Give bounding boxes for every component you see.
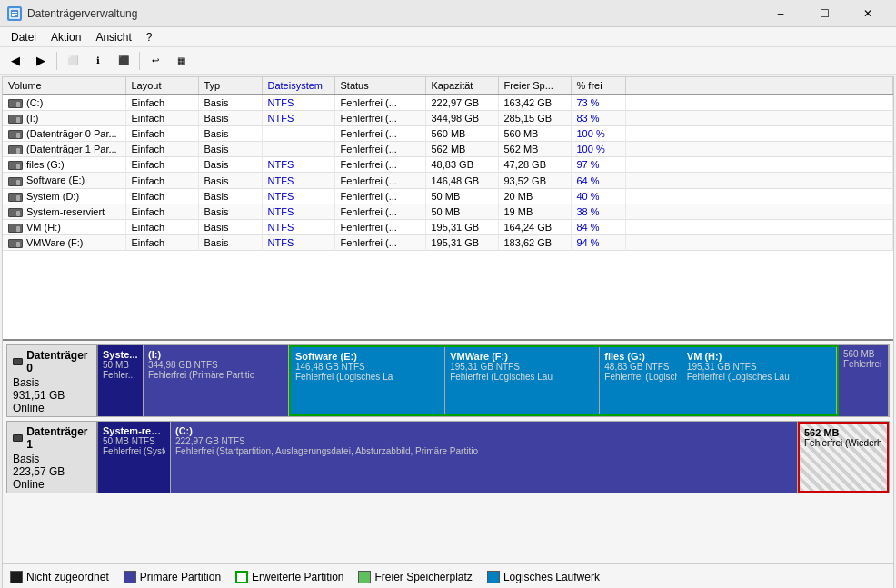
back-button[interactable]: ◀ <box>4 50 27 72</box>
cell-dateisystem: NTFS <box>262 204 334 219</box>
cell-volume: (C:) <box>3 95 125 111</box>
forward-button[interactable]: ▶ <box>29 50 53 72</box>
cell-kapazitat: 48,83 GB <box>425 157 498 173</box>
toolbar-separator-2 <box>139 52 140 70</box>
cell-typ: Basis <box>198 188 262 204</box>
disk-1-seg-c[interactable]: (C:) 222,97 GB NTFS Fehlerfrei (Startpar… <box>171 422 798 493</box>
disk-0-seg-vmware[interactable]: VMWare (F:) 195,31 GB NTFS Fehlerfrei (L… <box>445 347 600 414</box>
cell-freier: 285,15 GB <box>498 111 571 126</box>
disk-0-seg-end[interactable]: 560 MB Fehlerfrei (W <box>839 345 889 416</box>
close-button[interactable]: ✕ <box>847 0 889 27</box>
cell-kapazitat: 560 MB <box>425 126 498 142</box>
table-row[interactable]: (C:)EinfachBasisNTFSFehlerfrei (...222,9… <box>3 95 893 111</box>
toolbar-separator-1 <box>56 52 57 70</box>
header-status: Status <box>334 77 425 95</box>
disk-0-seg-system[interactable]: Syste... 50 MB Fehler... <box>98 345 144 416</box>
main-content: Volume Layout Typ Dateisystem Status Kap… <box>2 76 894 588</box>
cell-dateisystem: NTFS <box>262 188 334 204</box>
toolbar-btn-4[interactable]: ℹ <box>86 50 110 72</box>
title-bar: Datenträgerverwaltung – ☐ ✕ <box>0 0 896 27</box>
table-row[interactable]: VMWare (F:)EinfachBasisNTFSFehlerfrei (.… <box>3 234 893 250</box>
cell-layout: Einfach <box>125 173 198 188</box>
table-scroll[interactable]: Volume Layout Typ Dateisystem Status Kap… <box>3 77 893 339</box>
disk-0-extended: Software (E:) 146,48 GB NTFS Fehlerfrei … <box>289 345 839 416</box>
header-dateisystem: Dateisystem <box>262 77 334 95</box>
svg-rect-1 <box>12 12 17 13</box>
cell-freier: 47,28 GB <box>498 157 571 173</box>
legend-free-label: Freier Speicherplatz <box>374 571 472 583</box>
cell-extra <box>625 126 893 142</box>
disk-0-status: Online <box>13 402 91 414</box>
disk-0-label: Datenträger 0 Basis 931,51 GB Online <box>7 345 98 416</box>
toolbar-btn-6[interactable]: ↩ <box>144 50 167 72</box>
cell-dateisystem: NTFS <box>262 219 334 234</box>
disk-1-seg-recovery[interactable]: 562 MB Fehlerfrei (Wiederherstellungspar… <box>798 422 889 493</box>
toolbar-btn-7[interactable]: ▦ <box>169 50 193 72</box>
table-row[interactable]: files (G:)EinfachBasisNTFSFehlerfrei (..… <box>3 157 893 173</box>
table-row[interactable]: (I:)EinfachBasisNTFSFehlerfrei (...344,9… <box>3 111 893 126</box>
cell-dateisystem: NTFS <box>262 111 334 126</box>
menu-datei[interactable]: Datei <box>4 29 44 45</box>
table-row[interactable]: System-reserviertEinfachBasisNTFSFehlerf… <box>3 204 893 219</box>
cell-kapazitat: 50 MB <box>425 188 498 204</box>
cell-kapazitat: 146,48 GB <box>425 173 498 188</box>
disk-0-segments: Syste... 50 MB Fehler... (I:) 344,98 GB … <box>98 345 889 416</box>
disk-0-seg-software[interactable]: Software (E:) 146,48 GB NTFS Fehlerfrei … <box>291 347 445 414</box>
cell-prozent: 100 % <box>571 142 625 157</box>
cell-extra <box>625 219 893 234</box>
cell-layout: Einfach <box>125 234 198 250</box>
legend-primary: Primäre Partition <box>124 571 221 583</box>
window-controls: – ☐ ✕ <box>760 0 889 27</box>
disk-0-seg-i[interactable]: (I:) 344,98 GB NTFS Fehlerfrei (Primäre … <box>144 345 289 416</box>
table-row[interactable]: (Datenträger 1 Par...EinfachBasisFehlerf… <box>3 142 893 157</box>
cell-extra <box>625 157 893 173</box>
cell-volume: (I:) <box>3 111 125 126</box>
cell-prozent: 38 % <box>571 204 625 219</box>
legend-extended: Erweiterte Partition <box>235 571 343 583</box>
disk-0-type: Basis <box>13 376 91 389</box>
cell-kapazitat: 344,98 GB <box>425 111 498 126</box>
cell-status: Fehlerfrei (... <box>334 173 425 188</box>
cell-volume: files (G:) <box>3 157 125 173</box>
cell-typ: Basis <box>198 142 262 157</box>
cell-volume: VMWare (F:) <box>3 234 125 250</box>
cell-status: Fehlerfrei (... <box>334 204 425 219</box>
disk-0-seg-files[interactable]: files (G:) 48,83 GB NTFS Fehlerfrei (Log… <box>600 347 682 414</box>
disk-0-size: 931,51 GB <box>13 389 91 402</box>
table-row[interactable]: Software (E:)EinfachBasisNTFSFehlerfrei … <box>3 173 893 188</box>
cell-status: Fehlerfrei (... <box>334 95 425 111</box>
legend-unassigned-label: Nicht zugeordnet <box>26 571 109 583</box>
header-extra <box>625 77 893 95</box>
cell-volume: (Datenträger 0 Par... <box>3 126 125 142</box>
cell-dateisystem <box>262 126 334 142</box>
disk-1-status: Online <box>13 478 91 491</box>
disk-1-seg-sysres[interactable]: System-reserviert 50 MB NTFS Fehlerfrei … <box>98 422 171 493</box>
menu-help[interactable]: ? <box>139 29 160 45</box>
menu-ansicht[interactable]: Ansicht <box>88 29 138 45</box>
maximize-button[interactable]: ☐ <box>803 0 845 27</box>
cell-typ: Basis <box>198 126 262 142</box>
header-kapazitat: Kapazität <box>425 77 498 95</box>
legend-logical-box <box>487 571 500 583</box>
minimize-button[interactable]: – <box>760 0 801 27</box>
disk-1-type: Basis <box>13 453 91 465</box>
cell-freier: 560 MB <box>498 126 571 142</box>
cell-status: Fehlerfrei (... <box>334 157 425 173</box>
legend-primary-box <box>124 571 136 583</box>
cell-typ: Basis <box>198 219 262 234</box>
disk-0-seg-vm[interactable]: VM (H:) 195,31 GB NTFS Fehlerfrei (Logis… <box>682 347 837 414</box>
table-row[interactable]: VM (H:)EinfachBasisNTFSFehlerfrei (...19… <box>3 219 893 234</box>
disk-1-name: Datenträger 1 <box>26 425 91 451</box>
toolbar-btn-5[interactable]: ⬛ <box>112 50 135 72</box>
table-row[interactable]: System (D:)EinfachBasisNTFSFehlerfrei (.… <box>3 188 893 204</box>
disk-map-area: Datenträger 0 Basis 931,51 GB Online Sys… <box>3 341 893 563</box>
cell-prozent: 73 % <box>571 95 625 111</box>
toolbar-btn-3[interactable]: ⬜ <box>61 50 85 72</box>
menu-aktion[interactable]: Aktion <box>44 29 88 45</box>
cell-prozent: 40 % <box>571 188 625 204</box>
cell-status: Fehlerfrei (... <box>334 219 425 234</box>
table-row[interactable]: (Datenträger 0 Par...EinfachBasisFehlerf… <box>3 126 893 142</box>
cell-extra <box>625 204 893 219</box>
cell-prozent: 97 % <box>571 157 625 173</box>
drive-icon <box>8 115 23 124</box>
